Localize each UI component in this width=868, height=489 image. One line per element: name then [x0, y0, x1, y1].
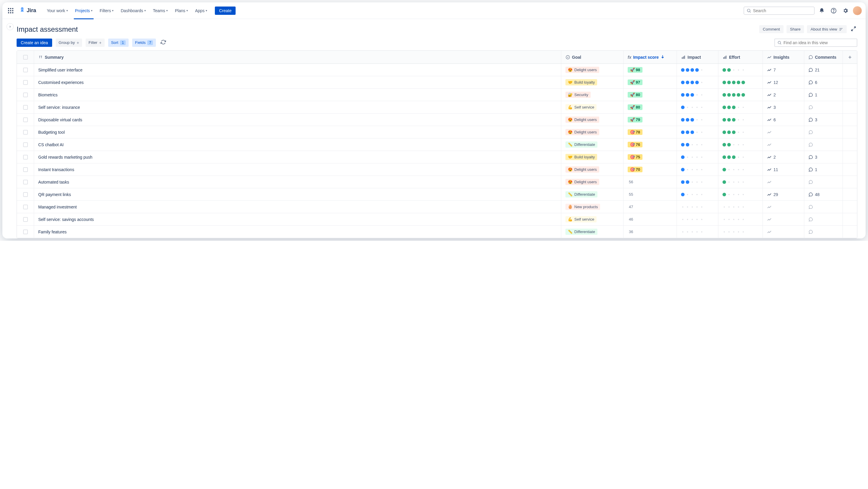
nav-apps[interactable]: Apps▾ [191, 2, 211, 19]
filter-button[interactable]: Filter+ [86, 38, 104, 47]
impact-cell[interactable] [677, 101, 718, 113]
impact-cell[interactable] [677, 139, 718, 151]
goal-cell[interactable]: 📏Differentiate [561, 226, 623, 238]
share-button[interactable]: Share [786, 25, 804, 33]
summary-cell[interactable]: Gold rewards marketing push [34, 151, 561, 163]
checkbox-icon[interactable] [23, 117, 28, 122]
column-summary[interactable]: Summary [34, 51, 561, 63]
impact-score-cell[interactable]: 🎯 75 [623, 151, 677, 163]
sidebar-expand-button[interactable] [6, 23, 13, 30]
row-select[interactable] [17, 151, 34, 163]
comments-cell[interactable]: 48 [804, 188, 843, 200]
insights-cell[interactable]: 11 [763, 164, 804, 176]
row-select[interactable] [17, 64, 34, 76]
select-all-header[interactable] [17, 51, 34, 63]
checkbox-icon[interactable] [23, 217, 28, 222]
row-select[interactable] [17, 101, 34, 113]
checkbox-icon[interactable] [23, 55, 28, 60]
impact-score-cell[interactable]: 56 [623, 176, 677, 188]
summary-cell[interactable]: CS chatbot AI [34, 139, 561, 151]
column-insights[interactable]: Insights [763, 51, 804, 63]
comments-cell[interactable] [804, 201, 843, 213]
app-switcher-icon[interactable] [6, 6, 16, 16]
insights-cell[interactable] [763, 201, 804, 213]
comments-cell[interactable]: 6 [804, 76, 843, 88]
summary-cell[interactable]: Simplified user interface [34, 64, 561, 76]
table-row[interactable]: QR payment links📏Differentiate552948 [17, 188, 857, 201]
checkbox-icon[interactable] [23, 130, 28, 135]
goal-cell[interactable]: 😍Delight users [561, 64, 623, 76]
insights-cell[interactable] [763, 126, 804, 138]
effort-cell[interactable] [718, 126, 763, 138]
notifications-icon[interactable] [817, 6, 827, 16]
column-impact[interactable]: Impact [677, 51, 718, 63]
impact-cell[interactable] [677, 176, 718, 188]
impact-score-cell[interactable]: 🎯 70 [623, 164, 677, 176]
summary-cell[interactable]: Managed investment [34, 201, 561, 213]
checkbox-icon[interactable] [23, 230, 28, 234]
effort-cell[interactable] [718, 101, 763, 113]
impact-cell[interactable] [677, 126, 718, 138]
checkbox-icon[interactable] [23, 192, 28, 197]
checkbox-icon[interactable] [23, 142, 28, 147]
summary-cell[interactable]: Automated tasks [34, 176, 561, 188]
impact-cell[interactable] [677, 64, 718, 76]
impact-cell[interactable] [677, 114, 718, 126]
table-row[interactable]: Managed investment🥚New products47 [17, 201, 857, 213]
table-row[interactable]: Customised experiences🤝Build loyalty🚀 97… [17, 76, 857, 89]
summary-cell[interactable]: Disposable virtual cards [34, 114, 561, 126]
comments-cell[interactable]: 21 [804, 64, 843, 76]
goal-cell[interactable]: 😍Delight users [561, 126, 623, 138]
impact-cell[interactable] [677, 151, 718, 163]
nav-projects[interactable]: Projects▾ [71, 2, 96, 19]
effort-cell[interactable] [718, 114, 763, 126]
table-row[interactable]: Self service: insurance💪Self service🚀 80… [17, 101, 857, 114]
row-select[interactable] [17, 201, 34, 213]
group-by-button[interactable]: Group by+ [56, 38, 82, 47]
impact-score-cell[interactable]: 🚀 79 [623, 114, 677, 126]
table-row[interactable]: Family features📏Differentiate36 [17, 226, 857, 238]
comments-cell[interactable] [804, 176, 843, 188]
comments-cell[interactable]: 1 [804, 89, 843, 101]
row-select[interactable] [17, 114, 34, 126]
effort-cell[interactable] [718, 151, 763, 163]
effort-cell[interactable] [718, 176, 763, 188]
goal-cell[interactable]: 📏Differentiate [561, 139, 623, 151]
checkbox-icon[interactable] [23, 80, 28, 85]
comments-cell[interactable] [804, 126, 843, 138]
create-button[interactable]: Create [215, 6, 236, 15]
goal-cell[interactable]: 🤝Build loyalty [561, 76, 623, 88]
impact-score-cell[interactable]: 🎯 76 [623, 139, 677, 151]
nav-filters[interactable]: Filters▾ [96, 2, 117, 19]
impact-cell[interactable] [677, 76, 718, 88]
search-input[interactable] [753, 8, 812, 13]
insights-cell[interactable] [763, 176, 804, 188]
view-search-input[interactable] [783, 40, 855, 45]
checkbox-icon[interactable] [23, 105, 28, 110]
checkbox-icon[interactable] [23, 205, 28, 209]
summary-cell[interactable]: Customised experiences [34, 76, 561, 88]
row-select[interactable] [17, 89, 34, 101]
impact-cell[interactable] [677, 213, 718, 225]
summary-cell[interactable]: Biometrics [34, 89, 561, 101]
impact-cell[interactable] [677, 188, 718, 200]
column-comments[interactable]: Comments [804, 51, 843, 63]
row-select[interactable] [17, 76, 34, 88]
checkbox-icon[interactable] [23, 92, 28, 97]
column-effort[interactable]: Effort [718, 51, 763, 63]
insights-cell[interactable]: 29 [763, 188, 804, 200]
goal-cell[interactable]: 💪Self service [561, 213, 623, 225]
comments-cell[interactable] [804, 101, 843, 113]
comments-cell[interactable]: 1 [804, 164, 843, 176]
fullscreen-icon[interactable] [849, 25, 857, 33]
comments-cell[interactable]: 3 [804, 151, 843, 163]
comments-cell[interactable] [804, 213, 843, 225]
row-select[interactable] [17, 176, 34, 188]
checkbox-icon[interactable] [23, 155, 28, 160]
effort-cell[interactable] [718, 139, 763, 151]
fields-button[interactable]: Fields7 [132, 38, 156, 47]
jira-logo[interactable]: Jira [17, 6, 38, 15]
insights-cell[interactable]: 3 [763, 101, 804, 113]
effort-cell[interactable] [718, 213, 763, 225]
goal-cell[interactable]: 😍Delight users [561, 164, 623, 176]
